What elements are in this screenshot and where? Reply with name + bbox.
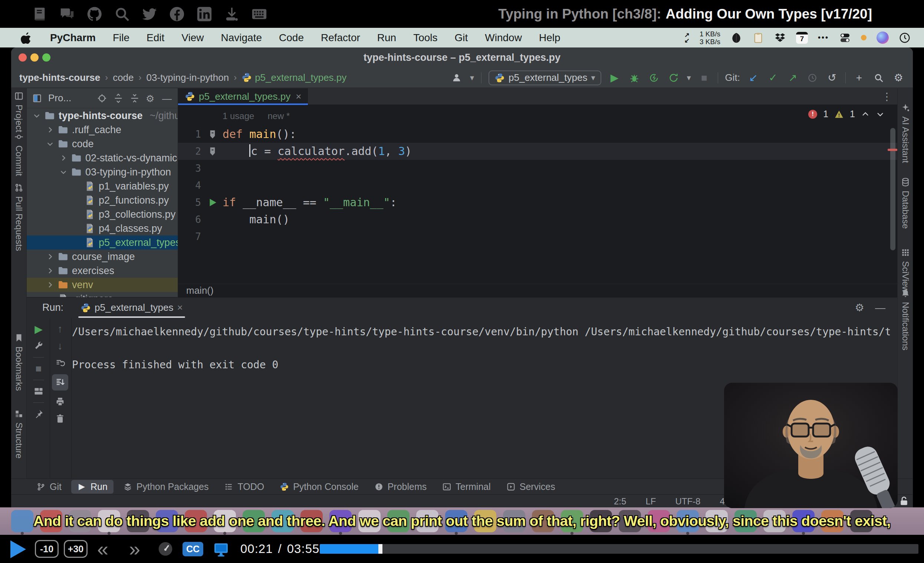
menu-help[interactable]: Help	[531, 28, 569, 48]
tree-item-code[interactable]: code	[27, 137, 178, 151]
search-icon[interactable]	[114, 6, 130, 22]
settings-button[interactable]: ⚙	[892, 72, 905, 84]
scroll-to-end-icon[interactable]	[52, 374, 68, 391]
project-options-icon[interactable]: ⚙	[146, 93, 156, 103]
keyboard-icon[interactable]	[251, 6, 268, 22]
clock-icon[interactable]	[899, 32, 910, 44]
overflow-menu-icon[interactable]: •••	[818, 33, 829, 42]
tree-chevron-icon[interactable]	[46, 281, 54, 289]
menu-window[interactable]: Window	[476, 28, 531, 48]
edit-configuration-icon[interactable]	[33, 340, 45, 352]
user-dropdown-icon[interactable]: ▾	[470, 73, 474, 83]
close-window-button[interactable]	[18, 53, 27, 61]
code-line-1[interactable]: 1def main():	[178, 126, 897, 143]
error-stripe-mark[interactable]	[888, 149, 897, 151]
code-line-4[interactable]: 4	[178, 177, 897, 194]
breadcrumb-function[interactable]: main()	[186, 285, 214, 296]
window-titlebar[interactable]: type-hints-course – p5_external_types.py	[11, 48, 913, 67]
menu-tools[interactable]: Tools	[405, 28, 446, 48]
toolwindow-tab-python-console[interactable]: Python Console	[274, 480, 364, 494]
locate-file-icon[interactable]	[97, 93, 107, 103]
code-line-5[interactable]: 5if __name__ == "__main__":	[178, 194, 897, 211]
tree-item-p3-collections-py[interactable]: p3_collections.py	[27, 207, 178, 222]
menu-run[interactable]: Run	[369, 28, 405, 48]
tool-stripe-bookmarks[interactable]: Bookmarks	[11, 333, 27, 391]
restore-layout-icon[interactable]	[33, 385, 45, 397]
editor-options-icon[interactable]: ⋮	[882, 90, 892, 103]
close-tab-icon[interactable]: ×	[296, 91, 301, 102]
menu-refactor[interactable]: Refactor	[312, 28, 369, 48]
facebook-icon[interactable]	[168, 6, 186, 22]
caret-position[interactable]: 2:5	[614, 496, 626, 507]
search-everywhere-button[interactable]	[873, 72, 885, 84]
run-configuration-select[interactable]: p5_external_types ▾	[489, 70, 601, 85]
menu-code[interactable]: Code	[270, 28, 312, 48]
airplay-button[interactable]	[212, 541, 230, 558]
git-rollback-button[interactable]: ↺	[826, 72, 838, 84]
code-line-2[interactable]: 2 c = calculator.add(1, 3)	[178, 143, 897, 160]
skip-back-button[interactable]: -10	[35, 540, 58, 558]
play-button[interactable]	[10, 541, 26, 558]
menu-view[interactable]: View	[173, 28, 212, 48]
toolwindow-tab-problems[interactable]: Problems	[368, 480, 433, 494]
tool-stripe-notifications[interactable]: Notifications	[898, 289, 913, 350]
toolwindow-tab-python-packages[interactable]: Python Packages	[117, 480, 215, 494]
tree-chevron-icon[interactable]	[46, 267, 54, 275]
editor-body[interactable]: 1 usage new * 1def main():2 c = calculat…	[178, 105, 897, 284]
prev-problem-icon[interactable]	[861, 110, 870, 119]
down-stacktrace-icon[interactable]: ↓	[54, 340, 66, 352]
collapse-all-icon[interactable]	[129, 93, 140, 103]
skip-forward-button[interactable]: +30	[64, 540, 87, 558]
breadcrumb-item[interactable]: code	[113, 72, 134, 84]
tree-item-p4-classes-py[interactable]: p4_classes.py	[27, 222, 178, 235]
add-button[interactable]: +	[853, 72, 866, 84]
profile-button[interactable]	[648, 72, 660, 84]
toolwindow-tab-git[interactable]: Git	[30, 480, 68, 494]
gutter-tag-icon[interactable]	[207, 146, 218, 157]
minimize-run-panel-icon[interactable]: —	[874, 302, 886, 314]
more-run-options-icon[interactable]: ▾	[687, 73, 691, 83]
tree-item-type-hints-course[interactable]: type-hints-course~/githu	[27, 109, 178, 123]
tree-item-exercises[interactable]: exercises	[27, 264, 178, 278]
menu-app-name[interactable]: PyCharm	[42, 28, 104, 48]
breadcrumb-item[interactable]: type-hints-course	[19, 72, 100, 84]
breadcrumb-file[interactable]: p5_external_types.py	[242, 72, 346, 84]
tool-stripe-database[interactable]: Database	[898, 177, 913, 229]
project-panel-title[interactable]: Pro...	[48, 92, 71, 104]
zoom-window-button[interactable]	[42, 53, 51, 61]
apple-menu-icon[interactable]	[21, 32, 32, 44]
tree-item-03-typing-in-python[interactable]: 03-typing-in-python	[27, 165, 178, 179]
git-commit-button[interactable]: ✓	[767, 72, 779, 84]
stop-button[interactable]: ■	[698, 72, 711, 84]
toolwindow-tab-todo[interactable]: TODO	[218, 480, 270, 494]
app-status-icon[interactable]	[730, 32, 742, 44]
tree-chevron-icon[interactable]	[46, 140, 54, 148]
run-settings-icon[interactable]: ⚙	[854, 302, 866, 314]
menu-git[interactable]: Git	[446, 28, 477, 48]
next-problem-icon[interactable]	[876, 110, 885, 119]
previous-lecture-button[interactable]: «	[97, 535, 108, 563]
lock-icon[interactable]	[898, 496, 909, 507]
comments-icon[interactable]	[58, 6, 76, 22]
clipboard-icon[interactable]	[752, 32, 764, 44]
closed-captions-button[interactable]: CC	[183, 542, 203, 556]
debug-button[interactable]	[628, 72, 640, 84]
linkedin-icon[interactable]	[196, 6, 213, 22]
book-icon[interactable]	[31, 6, 48, 22]
pin-tab-icon[interactable]	[33, 408, 45, 420]
minimize-window-button[interactable]	[30, 53, 39, 61]
code-pane[interactable]: 1def main():2 c = calculator.add(1, 3)34…	[178, 105, 897, 245]
breadcrumb-item[interactable]: 03-typing-in-python	[147, 72, 229, 84]
tree-chevron-icon[interactable]	[59, 168, 68, 176]
tree-chevron-icon[interactable]	[33, 112, 41, 120]
close-run-tab-icon[interactable]: ×	[177, 302, 183, 313]
menu-navigate[interactable]: Navigate	[213, 28, 271, 48]
coverage-button[interactable]	[668, 72, 680, 84]
clear-console-icon[interactable]	[54, 413, 66, 425]
twitter-icon[interactable]	[141, 6, 158, 22]
tool-stripe-project[interactable]: Project	[11, 91, 27, 132]
siri-icon[interactable]	[876, 31, 889, 44]
menu-file[interactable]: File	[104, 28, 138, 48]
git-update-button[interactable]: ↙	[747, 72, 760, 84]
tree-item-p5-external-types-[interactable]: p5_external_types.	[27, 235, 178, 250]
